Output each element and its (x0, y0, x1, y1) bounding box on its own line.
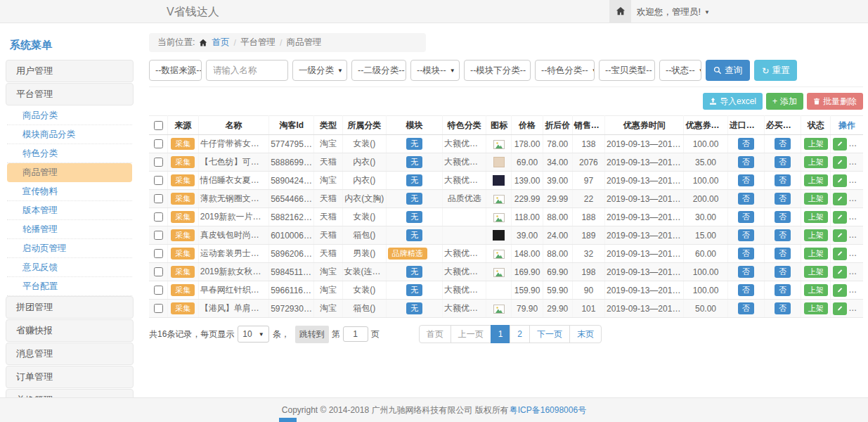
row-select-cell (149, 226, 167, 245)
import-select-toggle[interactable]: 否 (738, 302, 754, 314)
page-button[interactable]: 1 (491, 325, 511, 343)
sidebar-subitem[interactable]: 特色分类 (7, 144, 132, 163)
sidebar-item[interactable]: 拼团管理 (6, 296, 134, 319)
breadcrumb-home-link[interactable]: 首页 (212, 37, 229, 49)
discount-price-cell: 78.00 (543, 135, 572, 153)
must-buy-toggle[interactable]: 否 (775, 229, 791, 241)
filter-select[interactable]: --数据来源--▼ (149, 60, 202, 81)
edit-button[interactable] (833, 156, 847, 169)
must-buy-toggle[interactable]: 否 (775, 302, 791, 314)
batch-delete-button[interactable]: 批量删除 (807, 93, 863, 110)
must-buy-toggle[interactable]: 否 (775, 156, 791, 168)
query-button[interactable]: 查询 (706, 60, 750, 81)
status-badge[interactable]: 上架 (804, 138, 828, 150)
icp-link[interactable]: 粤ICP备16098006号 (510, 404, 586, 416)
sidebar-subitem[interactable]: 商品分类 (7, 106, 132, 125)
home-button[interactable] (609, 0, 631, 23)
edit-button[interactable] (833, 302, 847, 315)
page-button[interactable]: 上一页 (451, 325, 491, 343)
chevron-down-icon: ▼ (450, 68, 455, 74)
status-badge[interactable]: 上架 (804, 302, 828, 314)
import-select-toggle[interactable]: 否 (738, 193, 754, 205)
row-checkbox[interactable] (154, 249, 163, 258)
edit-button[interactable] (833, 266, 847, 279)
status-badge[interactable]: 上架 (804, 266, 828, 278)
status-badge[interactable]: 上架 (804, 156, 828, 168)
must-buy-toggle[interactable]: 否 (775, 211, 791, 223)
edit-button[interactable] (833, 248, 847, 260)
filter-select[interactable]: --宝贝类型--▼ (599, 60, 655, 81)
page-button[interactable]: 首页 (419, 325, 451, 343)
sidebar-subitem[interactable]: 意见反馈 (7, 258, 132, 277)
must-buy-toggle[interactable]: 否 (775, 284, 791, 296)
must-buy-toggle[interactable]: 否 (775, 138, 791, 150)
import-select-toggle[interactable]: 否 (738, 284, 754, 296)
row-checkbox[interactable] (154, 139, 163, 148)
must-buy-toggle[interactable]: 否 (775, 193, 791, 205)
sidebar-item-user-management[interactable]: 用户管理 (6, 60, 134, 82)
must-buy-toggle[interactable]: 否 (775, 174, 791, 186)
edit-button[interactable] (833, 138, 847, 151)
status-badge[interactable]: 上架 (804, 211, 828, 223)
sidebar-item[interactable]: 消息管理 (6, 343, 134, 365)
status-cell: 上架 (801, 281, 831, 300)
edit-button[interactable] (833, 229, 847, 242)
sidebar-subitem[interactable]: 商品管理 (7, 163, 132, 182)
import-excel-button[interactable]: 导入excel (703, 93, 763, 110)
status-badge[interactable]: 上架 (804, 174, 828, 186)
add-button[interactable]: + 添加 (766, 93, 803, 110)
row-checkbox[interactable] (154, 212, 163, 222)
edit-button[interactable] (833, 284, 847, 297)
row-checkbox[interactable] (154, 231, 163, 240)
sidebar-subitem[interactable]: 平台配置 (7, 277, 132, 296)
jump-page-input[interactable] (343, 326, 368, 342)
row-checkbox[interactable] (154, 158, 163, 167)
sidebar-subitem[interactable]: 版本管理 (7, 201, 132, 220)
filter-select[interactable]: --二级分类--▼ (351, 60, 406, 81)
status-badge[interactable]: 上架 (804, 229, 828, 241)
sidebar-subitem[interactable]: 宣传物料 (7, 182, 132, 201)
row-checkbox[interactable] (154, 194, 163, 203)
row-checkbox[interactable] (154, 286, 163, 295)
filter-select[interactable]: --模块下分类--▼ (464, 60, 531, 81)
icon-cell (486, 190, 512, 208)
reset-button[interactable]: ↻ 重置 (754, 60, 797, 81)
import-select-toggle[interactable]: 否 (738, 266, 754, 278)
page-button[interactable]: 2 (510, 325, 530, 343)
sidebar-item[interactable]: 省赚快报 (6, 319, 134, 342)
edit-button[interactable] (833, 174, 847, 187)
filter-select[interactable]: --状态--▼ (659, 60, 701, 81)
row-checkbox[interactable] (154, 176, 163, 185)
filter-select[interactable]: --模块--▼ (410, 60, 460, 81)
status-badge[interactable]: 上架 (804, 193, 828, 205)
must-buy-toggle[interactable]: 否 (775, 248, 791, 260)
import-select-toggle[interactable]: 否 (738, 138, 754, 150)
page-size-select[interactable]: 10 ▼ (238, 326, 268, 343)
sidebar-subitem[interactable]: 启动页管理 (7, 239, 132, 258)
sidebar-item[interactable]: 订单管理 (6, 366, 134, 388)
sidebar-subitem[interactable]: 轮播管理 (7, 220, 132, 239)
name-search-input[interactable] (206, 60, 288, 81)
import-select-toggle[interactable]: 否 (738, 229, 754, 241)
import-select-toggle[interactable]: 否 (738, 211, 754, 223)
user-menu[interactable]: 欢迎您，管理员! ▼ (637, 6, 710, 18)
page-button[interactable]: 末页 (569, 325, 602, 343)
import-select-toggle[interactable]: 否 (738, 174, 754, 186)
import-select-toggle[interactable]: 否 (738, 248, 754, 260)
sidebar-item-platform-management[interactable]: 平台管理 (6, 83, 134, 106)
sidebar-subitem[interactable]: 模块商品分类 (7, 125, 132, 144)
select-all-checkbox[interactable] (154, 121, 163, 130)
row-checkbox[interactable] (154, 304, 163, 313)
edit-button[interactable] (833, 193, 847, 205)
row-checkbox[interactable] (154, 267, 163, 276)
filter-select[interactable]: 一级分类▼ (292, 60, 347, 81)
status-badge[interactable]: 上架 (804, 248, 828, 260)
page-button[interactable]: 下一页 (529, 325, 570, 343)
must-buy-toggle[interactable]: 否 (775, 266, 791, 278)
status-badge[interactable]: 上架 (804, 284, 828, 296)
icon-cell (486, 281, 512, 300)
import-select-toggle[interactable]: 否 (738, 156, 754, 168)
jump-button[interactable]: 跳转到 (295, 326, 329, 343)
filter-select[interactable]: --特色分类--▼ (535, 60, 595, 81)
edit-button[interactable] (833, 211, 847, 224)
